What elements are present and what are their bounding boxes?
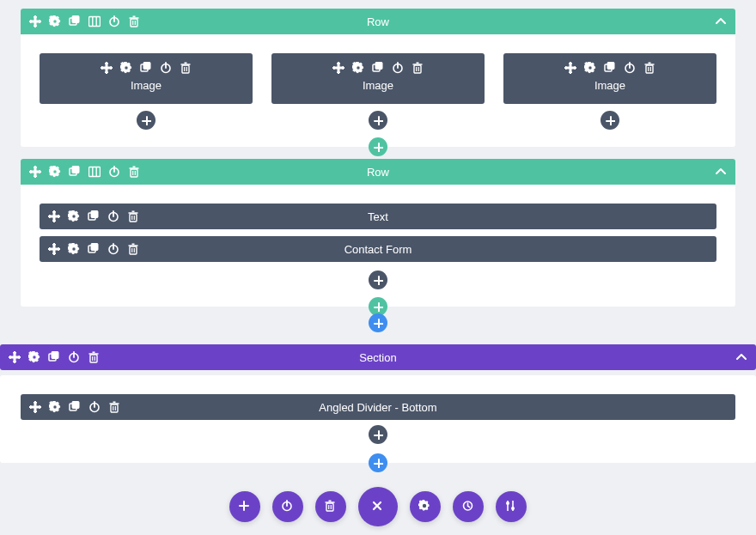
trash-icon[interactable] bbox=[643, 62, 655, 74]
row-2: Row Text bbox=[21, 159, 735, 307]
power-icon[interactable] bbox=[160, 62, 172, 74]
module-label: Image bbox=[131, 79, 162, 92]
toolbar-settings-button[interactable] bbox=[410, 491, 441, 522]
gear-icon[interactable] bbox=[49, 166, 61, 178]
add-module-button[interactable] bbox=[369, 425, 387, 444]
columns-icon[interactable] bbox=[88, 166, 101, 178]
power-icon[interactable] bbox=[108, 166, 120, 178]
gear-icon[interactable] bbox=[28, 351, 40, 363]
module-image[interactable]: Image bbox=[503, 53, 716, 104]
row-body: Image Image bbox=[21, 34, 735, 130]
move-icon[interactable] bbox=[29, 166, 41, 178]
power-icon[interactable] bbox=[107, 243, 119, 255]
gear-icon[interactable] bbox=[120, 62, 132, 74]
move-icon[interactable] bbox=[101, 62, 113, 74]
module-contact-form[interactable]: Contact Form bbox=[40, 236, 716, 262]
add-module-button[interactable] bbox=[369, 111, 387, 130]
chevron-up-icon[interactable] bbox=[715, 166, 727, 178]
module-text[interactable]: Text bbox=[40, 204, 716, 229]
move-icon[interactable] bbox=[332, 62, 344, 74]
move-icon[interactable] bbox=[9, 351, 21, 363]
columns-icon[interactable] bbox=[88, 15, 101, 27]
column-3: Image bbox=[503, 53, 716, 130]
gear-icon[interactable] bbox=[68, 243, 80, 255]
duplicate-icon[interactable] bbox=[140, 62, 152, 74]
power-icon[interactable] bbox=[392, 62, 404, 74]
gear-icon[interactable] bbox=[68, 210, 80, 222]
trash-icon[interactable] bbox=[412, 62, 424, 74]
trash-icon[interactable] bbox=[128, 166, 140, 178]
gear-icon[interactable] bbox=[49, 401, 61, 413]
column-2: Image bbox=[271, 53, 485, 130]
row-1: Row Image bbox=[21, 9, 735, 147]
gear-icon[interactable] bbox=[352, 62, 364, 74]
toolbar-trash-button[interactable] bbox=[315, 491, 346, 522]
toolbar-close-button[interactable] bbox=[358, 487, 398, 526]
duplicate-icon[interactable] bbox=[604, 62, 616, 74]
module-label: Contact Form bbox=[344, 243, 412, 256]
duplicate-icon[interactable] bbox=[372, 62, 384, 74]
toolbar-history-button[interactable] bbox=[453, 491, 484, 522]
module-image[interactable]: Image bbox=[271, 53, 485, 104]
chevron-up-icon[interactable] bbox=[715, 15, 727, 27]
column-1: Image bbox=[40, 53, 253, 130]
power-icon[interactable] bbox=[88, 401, 101, 413]
add-module-button[interactable] bbox=[601, 111, 619, 130]
trash-icon[interactable] bbox=[127, 210, 139, 222]
move-icon[interactable] bbox=[564, 62, 576, 74]
trash-icon[interactable] bbox=[180, 62, 192, 74]
move-icon[interactable] bbox=[48, 243, 60, 255]
toolbar-add-button[interactable] bbox=[229, 491, 260, 522]
builder-toolbar bbox=[0, 487, 756, 526]
module-angled-divider[interactable]: Angled Divider - Bottom bbox=[21, 394, 735, 420]
power-icon[interactable] bbox=[624, 62, 636, 74]
row-body: Text Contact Form bbox=[21, 185, 735, 289]
toolbar-power-button[interactable] bbox=[272, 491, 303, 522]
trash-icon[interactable] bbox=[88, 351, 100, 363]
section: Section Angled Divider - Bottom bbox=[0, 344, 756, 463]
row-header[interactable]: Row bbox=[21, 159, 735, 185]
section-title: Section bbox=[0, 351, 756, 364]
trash-icon[interactable] bbox=[108, 401, 120, 413]
add-row-button[interactable] bbox=[369, 137, 387, 156]
section-header[interactable]: Section bbox=[0, 344, 756, 370]
power-icon[interactable] bbox=[68, 351, 80, 363]
duplicate-icon[interactable] bbox=[69, 15, 81, 27]
move-icon[interactable] bbox=[48, 210, 60, 222]
add-section-button[interactable] bbox=[369, 453, 387, 472]
module-image[interactable]: Image bbox=[40, 53, 253, 104]
module-label: Image bbox=[594, 79, 625, 92]
add-module-button[interactable] bbox=[137, 111, 155, 130]
power-icon[interactable] bbox=[108, 15, 120, 27]
duplicate-icon[interactable] bbox=[48, 351, 60, 363]
module-label: Angled Divider - Bottom bbox=[319, 401, 436, 414]
move-icon[interactable] bbox=[29, 15, 41, 27]
power-icon[interactable] bbox=[107, 210, 119, 222]
trash-icon[interactable] bbox=[128, 15, 140, 27]
trash-icon[interactable] bbox=[127, 243, 139, 255]
row-header[interactable]: Row bbox=[21, 9, 735, 34]
move-icon[interactable] bbox=[29, 401, 41, 413]
gear-icon[interactable] bbox=[584, 62, 596, 74]
duplicate-icon[interactable] bbox=[88, 210, 100, 222]
gear-icon[interactable] bbox=[49, 15, 61, 27]
module-label: Image bbox=[363, 79, 393, 92]
add-module-button[interactable] bbox=[369, 271, 387, 289]
toolbar-sliders-button[interactable] bbox=[496, 491, 527, 522]
module-label: Text bbox=[368, 210, 388, 223]
duplicate-icon[interactable] bbox=[69, 401, 81, 413]
add-section-button[interactable] bbox=[369, 313, 387, 332]
chevron-up-icon[interactable] bbox=[735, 351, 747, 363]
duplicate-icon[interactable] bbox=[88, 243, 100, 255]
duplicate-icon[interactable] bbox=[69, 166, 81, 178]
